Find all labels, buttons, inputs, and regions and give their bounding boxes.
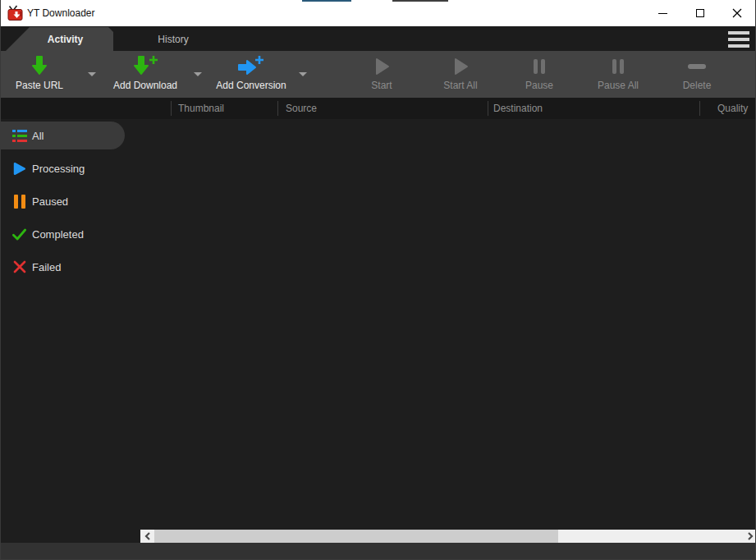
tab-bar: Activity History	[1, 26, 755, 51]
convert-arrow-plus-icon	[237, 55, 265, 77]
sidebar-item-all[interactable]: All	[1, 119, 140, 152]
bottom-status-strip	[1, 543, 755, 560]
column-header-destination[interactable]: Destination	[493, 98, 543, 119]
app-logo-tv-icon	[7, 5, 24, 21]
column-header-quality[interactable]: Quality	[717, 98, 748, 119]
chevron-down-icon	[299, 72, 307, 76]
start-button[interactable]: Start	[342, 53, 421, 96]
start-label: Start	[371, 80, 392, 91]
scroll-left-button[interactable]	[140, 530, 154, 543]
sidebar-item-label: Processing	[32, 163, 85, 175]
sidebar-item-label: Completed	[32, 228, 84, 241]
chevron-right-icon	[747, 532, 754, 540]
column-header-thumbnail[interactable]: Thumbnail	[178, 98, 224, 119]
add-conversion-dropdown[interactable]	[291, 53, 314, 96]
download-plus-icon	[131, 55, 159, 77]
window-title: YT Downloader	[27, 0, 95, 26]
blue-play-icon	[11, 161, 27, 177]
delete-button[interactable]: Delete	[657, 53, 736, 96]
title-bar: YT Downloader	[1, 0, 755, 26]
play-icon	[451, 57, 470, 76]
sidebar-item-paused[interactable]: Paused	[1, 185, 140, 218]
maximize-icon	[696, 9, 704, 17]
start-all-label: Start All	[443, 80, 477, 91]
red-x-icon	[11, 259, 27, 275]
sidebar-item-label: Failed	[32, 261, 61, 273]
green-check-icon	[11, 227, 27, 242]
download-list-area: All Processing Paused Completed	[1, 119, 755, 530]
minus-icon	[686, 57, 708, 76]
chevron-down-icon	[88, 72, 96, 76]
tab-activity[interactable]: Activity	[6, 27, 113, 51]
column-separator	[699, 101, 700, 116]
pause-label: Pause	[525, 80, 553, 91]
pause-icon	[610, 57, 626, 76]
menu-button[interactable]	[726, 30, 751, 48]
multicolor-list-icon	[11, 128, 27, 144]
add-conversion-label: Add Conversion	[216, 80, 286, 91]
sidebar-item-completed[interactable]: Completed	[1, 218, 140, 250]
sidebar-item-processing[interactable]: Processing	[1, 152, 140, 185]
screen-edge-artifact	[392, 0, 448, 2]
minimize-icon	[658, 13, 667, 14]
toolbar: Paste URL Add Download	[1, 51, 755, 98]
horizontal-scrollbar[interactable]	[140, 530, 756, 543]
add-conversion-button[interactable]: Add Conversion	[211, 53, 291, 96]
scrollbar-thumb[interactable]	[154, 530, 558, 543]
sidebar-item-failed[interactable]: Failed	[1, 250, 140, 283]
column-header-source[interactable]: Source	[286, 98, 317, 119]
sidebar-item-label: Paused	[32, 195, 68, 208]
maximize-button[interactable]	[681, 0, 718, 26]
delete-all-button[interactable]: Delete All	[736, 53, 756, 96]
orange-pause-icon	[11, 194, 27, 209]
close-button[interactable]	[718, 0, 755, 26]
hamburger-icon	[728, 31, 749, 34]
play-icon	[372, 57, 392, 76]
tab-activity-label: Activity	[36, 34, 83, 45]
sidebar-item-label: All	[32, 130, 44, 142]
tab-history-label: History	[158, 34, 188, 45]
paste-url-button[interactable]: Paste URL	[4, 53, 75, 96]
download-arrow-icon	[30, 55, 49, 77]
start-all-button[interactable]: Start All	[421, 53, 500, 96]
column-separator	[488, 101, 488, 116]
paste-url-label: Paste URL	[16, 80, 63, 91]
delete-label: Delete	[683, 80, 712, 91]
table-header: Thumbnail Source Destination Quality	[1, 98, 755, 119]
column-separator	[171, 101, 172, 116]
close-icon	[732, 8, 742, 18]
add-download-dropdown[interactable]	[185, 53, 211, 96]
chevron-down-icon	[194, 72, 202, 76]
tab-history[interactable]: History	[124, 27, 222, 51]
minimize-button[interactable]	[644, 0, 681, 26]
pause-all-button[interactable]: Pause All	[579, 53, 657, 96]
pause-icon	[531, 57, 548, 76]
add-download-label: Add Download	[113, 80, 177, 91]
column-separator	[277, 101, 278, 116]
paste-url-dropdown[interactable]	[78, 53, 106, 96]
chevron-left-icon	[144, 532, 151, 540]
pause-button[interactable]: Pause	[500, 53, 579, 96]
app-window: YT Downloader Activity History	[0, 0, 756, 560]
add-download-button[interactable]: Add Download	[108, 53, 183, 96]
scroll-right-button[interactable]	[743, 530, 756, 543]
screen-edge-artifact	[302, 0, 351, 2]
window-controls	[644, 0, 755, 26]
pause-all-label: Pause All	[598, 80, 639, 91]
